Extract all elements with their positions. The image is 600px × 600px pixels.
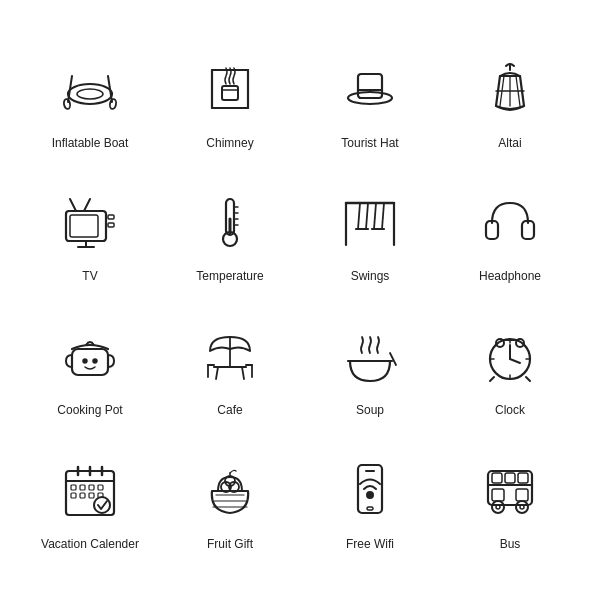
altai-icon xyxy=(470,48,550,128)
svg-rect-21 xyxy=(70,215,98,237)
temperature-label: Temperature xyxy=(196,269,263,285)
svg-rect-22 xyxy=(108,215,114,219)
bus-icon xyxy=(470,449,550,529)
icon-item-chimney[interactable]: Chimney xyxy=(160,38,300,162)
svg-point-106 xyxy=(520,505,524,509)
icon-item-cooking-pot[interactable]: Cooking Pot xyxy=(20,305,160,429)
tourist-hat-label: Tourist Hat xyxy=(341,136,398,152)
inflatable-boat-label: Inflatable Boat xyxy=(52,136,129,152)
soup-icon xyxy=(330,315,410,395)
svg-rect-82 xyxy=(89,493,94,498)
vacation-calender-label: Vacation Calender xyxy=(41,537,139,553)
svg-rect-95 xyxy=(367,507,373,510)
svg-rect-13 xyxy=(358,74,382,98)
tv-label: TV xyxy=(82,269,97,285)
svg-rect-46 xyxy=(72,349,108,375)
svg-line-39 xyxy=(366,203,368,229)
icon-item-swings[interactable]: Swings xyxy=(300,171,440,295)
svg-rect-92 xyxy=(358,465,382,513)
icon-item-tv[interactable]: TV xyxy=(20,171,160,295)
svg-rect-98 xyxy=(492,473,502,483)
icon-item-altai[interactable]: Altai xyxy=(440,38,580,162)
cafe-icon xyxy=(190,315,270,395)
svg-point-104 xyxy=(516,501,528,513)
svg-rect-10 xyxy=(222,86,238,100)
bus-label: Bus xyxy=(500,537,521,553)
svg-line-25 xyxy=(84,199,90,211)
headphone-label: Headphone xyxy=(479,269,541,285)
tv-icon xyxy=(50,181,130,261)
svg-rect-101 xyxy=(492,489,504,501)
svg-point-105 xyxy=(496,505,500,509)
cooking-pot-icon xyxy=(50,315,130,395)
icon-item-soup[interactable]: Soup xyxy=(300,305,440,429)
icon-item-headphone[interactable]: Headphone xyxy=(440,171,580,295)
icon-item-clock[interactable]: Clock xyxy=(440,305,580,429)
svg-line-63 xyxy=(526,377,530,381)
svg-rect-76 xyxy=(71,485,76,490)
svg-rect-23 xyxy=(108,223,114,227)
svg-point-47 xyxy=(83,359,87,363)
svg-line-42 xyxy=(382,203,384,229)
svg-line-38 xyxy=(358,203,360,229)
free-wifi-icon xyxy=(330,449,410,529)
icon-item-vacation-calender[interactable]: Vacation Calender xyxy=(20,439,160,563)
svg-point-94 xyxy=(367,492,373,498)
icon-grid: Inflatable Boat Chimney xyxy=(0,18,600,582)
svg-rect-100 xyxy=(518,473,528,483)
headphone-icon xyxy=(470,181,550,261)
cafe-label: Cafe xyxy=(217,403,242,419)
soup-label: Soup xyxy=(356,403,384,419)
chimney-icon xyxy=(190,48,270,128)
clock-icon xyxy=(470,315,550,395)
svg-rect-102 xyxy=(516,489,528,501)
altai-label: Altai xyxy=(498,136,521,152)
svg-line-62 xyxy=(490,377,494,381)
free-wifi-label: Free Wifi xyxy=(346,537,394,553)
temperature-icon xyxy=(190,181,270,261)
icon-item-free-wifi[interactable]: Free Wifi xyxy=(300,439,440,563)
svg-rect-99 xyxy=(505,473,515,483)
svg-rect-81 xyxy=(80,493,85,498)
svg-line-61 xyxy=(510,359,520,363)
svg-line-52 xyxy=(242,367,244,379)
svg-rect-80 xyxy=(71,493,76,498)
svg-point-1 xyxy=(77,89,103,99)
swings-icon xyxy=(330,181,410,261)
swings-label: Swings xyxy=(351,269,390,285)
chimney-label: Chimney xyxy=(206,136,253,152)
fruit-gift-icon xyxy=(190,449,270,529)
icon-item-bus[interactable]: Bus xyxy=(440,439,580,563)
svg-rect-96 xyxy=(488,471,532,505)
icon-item-cafe[interactable]: Cafe xyxy=(160,305,300,429)
icon-item-inflatable-boat[interactable]: Inflatable Boat xyxy=(20,38,160,162)
svg-line-24 xyxy=(70,199,76,211)
icon-item-tourist-hat[interactable]: Tourist Hat xyxy=(300,38,440,162)
svg-rect-79 xyxy=(98,485,103,490)
fruit-gift-label: Fruit Gift xyxy=(207,537,253,553)
inflatable-boat-icon xyxy=(50,48,130,128)
svg-rect-77 xyxy=(80,485,85,490)
tourist-hat-icon xyxy=(330,48,410,128)
svg-rect-78 xyxy=(89,485,94,490)
svg-point-103 xyxy=(492,501,504,513)
svg-point-5 xyxy=(109,98,117,109)
svg-point-3 xyxy=(63,98,71,109)
clock-label: Clock xyxy=(495,403,525,419)
vacation-calender-icon xyxy=(50,449,130,529)
svg-line-41 xyxy=(374,203,376,229)
svg-line-51 xyxy=(216,367,218,379)
cooking-pot-label: Cooking Pot xyxy=(57,403,122,419)
icon-item-temperature[interactable]: Temperature xyxy=(160,171,300,295)
icon-item-fruit-gift[interactable]: Fruit Gift xyxy=(160,439,300,563)
svg-point-84 xyxy=(94,497,110,513)
svg-point-48 xyxy=(93,359,97,363)
svg-point-0 xyxy=(68,84,112,104)
